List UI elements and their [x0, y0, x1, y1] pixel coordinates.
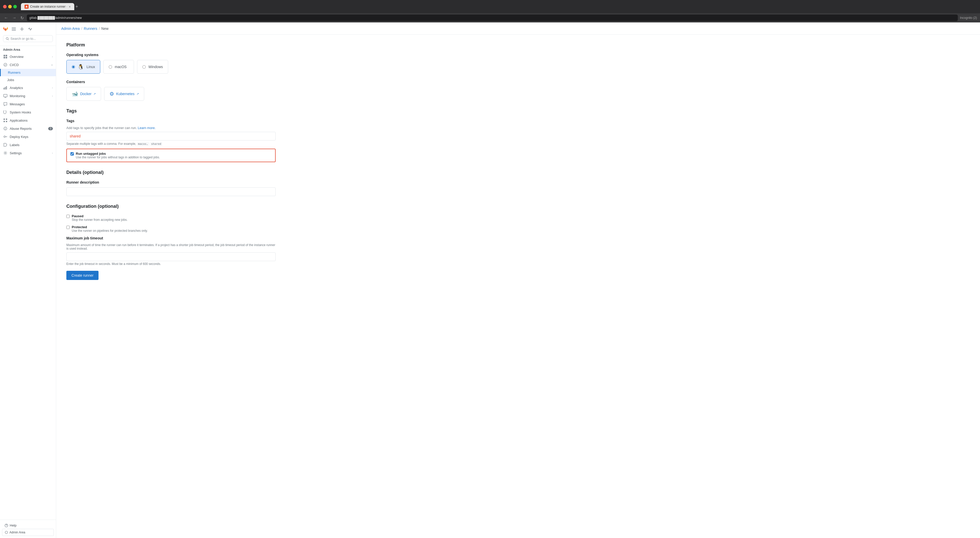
overview-label: Overview — [10, 55, 24, 59]
tab-favicon — [24, 5, 29, 9]
sidebar-item-jobs[interactable]: Jobs — [0, 76, 56, 84]
learn-more-link[interactable]: Learn more. — [138, 126, 156, 130]
incognito-label: Incognito (2) — [960, 16, 977, 20]
tab-close-icon[interactable]: ✕ — [68, 5, 71, 8]
sidebar-item-messages[interactable]: Messages — [0, 100, 56, 108]
create-runner-button[interactable]: Create runner — [66, 271, 99, 280]
search-box[interactable]: Search or go to... — [3, 35, 53, 42]
docker-button[interactable]: 🐋 Docker ↗ — [66, 87, 101, 101]
app-layout: Search or go to... Admin Area Overview ›… — [0, 22, 980, 538]
tags-example1: macos, — [137, 142, 149, 146]
tags-field-label: Tags — [66, 119, 275, 123]
kubernetes-label: Kubernetes — [116, 92, 135, 96]
svg-rect-2 — [12, 30, 16, 30]
reload-button[interactable]: ↻ — [19, 14, 25, 21]
close-traffic-light[interactable] — [3, 5, 6, 8]
monitoring-chevron: › — [52, 95, 53, 97]
run-untagged-label: Run untagged jobs — [76, 152, 160, 156]
tags-input[interactable] — [66, 132, 275, 141]
admin-area-label: Admin Area — [0, 46, 56, 52]
sidebar-toggle-button[interactable] — [10, 25, 18, 33]
breadcrumb-runners[interactable]: Runners — [84, 27, 97, 30]
sidebar: Search or go to... Admin Area Overview ›… — [0, 22, 56, 538]
sidebar-item-labels[interactable]: Labels — [0, 141, 56, 149]
sidebar-item-deploy-keys[interactable]: Deploy Keys — [0, 133, 56, 141]
runner-desc-label: Runner description — [66, 180, 275, 184]
protected-text: Protected Use the runner on pipelines fo… — [72, 225, 148, 233]
fullscreen-traffic-light[interactable] — [13, 5, 17, 8]
timeout-desc: Maximum amount of time the runner can ru… — [66, 243, 275, 251]
timeout-help: Enter the job timeout in seconds. Must b… — [66, 262, 275, 266]
messages-label: Messages — [10, 102, 25, 106]
sidebar-item-runners[interactable]: Runners — [0, 69, 56, 76]
os-linux[interactable]: 🐧 Linux — [66, 60, 100, 74]
os-linux-label: Linux — [86, 65, 95, 69]
kubernetes-button[interactable]: ⚙ Kubernetes ↗ — [104, 87, 144, 101]
containers-label: Containers — [66, 80, 275, 84]
run-untagged-checkbox[interactable] — [70, 152, 74, 156]
hooks-icon — [3, 110, 8, 114]
gitlab-logo[interactable] — [2, 25, 9, 33]
sidebar-item-system-hooks[interactable]: System Hooks — [0, 108, 56, 116]
sidebar-item-monitoring[interactable]: Monitoring › — [0, 92, 56, 100]
svg-rect-19 — [6, 121, 7, 122]
address-bar[interactable]: gitlab.████████/admin/runners/new — [27, 14, 958, 21]
protected-checkbox[interactable] — [66, 225, 70, 229]
svg-point-26 — [5, 531, 8, 534]
svg-point-3 — [6, 38, 8, 40]
sidebar-item-abuse-reports[interactable]: Abuse Reports 0 — [0, 124, 56, 133]
svg-rect-10 — [3, 88, 4, 89]
tab-title: Create an instance runner · — [30, 5, 67, 8]
help-button[interactable]: Help — [2, 522, 54, 529]
admin-area-button[interactable]: Admin Area — [2, 529, 54, 536]
svg-rect-6 — [6, 55, 7, 56]
paused-checkbox[interactable] — [66, 215, 70, 218]
paused-row: Paused Stop the runner from accepting ne… — [66, 214, 275, 222]
key-icon — [3, 134, 8, 139]
svg-rect-11 — [5, 87, 6, 89]
activity-button[interactable] — [27, 25, 34, 33]
svg-rect-18 — [3, 121, 5, 122]
sidebar-item-overview[interactable]: Overview › — [0, 52, 56, 61]
paused-desc: Stop the runner from accepting new jobs. — [72, 218, 127, 222]
config-title: Configuration (optional) — [66, 204, 275, 209]
back-button[interactable]: ← — [3, 14, 9, 21]
container-options: 🐋 Docker ↗ ⚙ Kubernetes ↗ — [66, 87, 275, 101]
abuse-icon — [3, 126, 8, 131]
run-untagged-row: Run untagged jobs Use the runner for job… — [66, 149, 275, 162]
timeout-input[interactable] — [66, 252, 275, 261]
applications-label: Applications — [10, 119, 27, 122]
run-untagged-text: Run untagged jobs Use the runner for job… — [76, 152, 160, 159]
runner-desc-input[interactable] — [66, 187, 275, 196]
sidebar-item-settings[interactable]: Settings › — [0, 149, 56, 157]
docker-external-icon: ↗ — [94, 92, 96, 95]
os-macos-radio[interactable] — [109, 65, 112, 68]
svg-point-22 — [5, 129, 6, 130]
help-label: Help — [10, 524, 17, 527]
timeout-label: Maximum job timeout — [66, 236, 275, 240]
cicd-icon — [3, 62, 8, 67]
breadcrumb-admin-area[interactable]: Admin Area — [61, 27, 80, 30]
os-macos[interactable]: macOS — [103, 60, 134, 74]
abuse-reports-badge: 0 — [48, 127, 53, 130]
os-label: Operating systems — [66, 53, 275, 57]
os-windows[interactable]: Windows — [137, 60, 168, 74]
sidebar-item-cicd[interactable]: CI/CD ∨ — [0, 61, 56, 69]
os-linux-radio[interactable] — [72, 65, 75, 68]
os-windows-radio[interactable] — [142, 65, 146, 68]
labels-label: Labels — [10, 143, 19, 147]
overview-icon — [3, 54, 8, 59]
sidebar-item-analytics[interactable]: Analytics › — [0, 84, 56, 92]
sidebar-item-applications[interactable]: Applications — [0, 116, 56, 124]
active-tab[interactable]: Create an instance runner · ✕ — [21, 3, 74, 10]
minimize-traffic-light[interactable] — [8, 5, 12, 8]
applications-icon — [3, 118, 8, 123]
analytics-label: Analytics — [10, 86, 23, 90]
new-tab-button[interactable]: + — [75, 4, 78, 10]
forward-button[interactable]: → — [11, 14, 18, 21]
url-text: gitlab.████████/admin/runners/new — [29, 16, 82, 20]
protected-label: Protected — [72, 225, 148, 229]
sidebar-top: Search or go to... — [0, 22, 56, 46]
create-new-button[interactable] — [18, 25, 25, 33]
topbar: Admin Area / Runners / New — [56, 22, 980, 35]
